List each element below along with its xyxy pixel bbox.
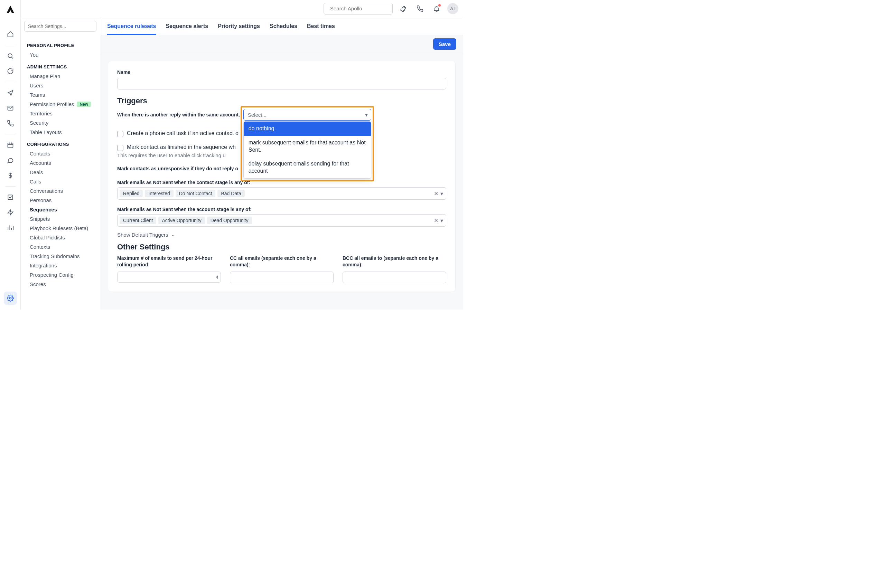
chevron-down-icon[interactable]: ▾	[441, 217, 443, 224]
sidebar-item-security[interactable]: Security	[24, 118, 96, 128]
mark-finished-checkbox[interactable]	[117, 145, 123, 151]
chevron-down-icon[interactable]: ▾	[441, 190, 443, 197]
reply-action-select[interactable]: Select... ▾ do nothing. mark subsequent …	[244, 109, 371, 121]
avatar[interactable]: AT	[447, 3, 459, 14]
sidebar-item-prospecting-config[interactable]: Prospecting Config	[24, 270, 96, 279]
chevron-down-icon: ⌄	[171, 231, 176, 238]
phone-icon[interactable]	[4, 117, 17, 130]
chevron-down-icon: ▾	[365, 112, 368, 118]
token[interactable]: Interested	[145, 190, 173, 197]
token[interactable]: Bad Data	[217, 190, 244, 197]
name-input[interactable]	[117, 78, 446, 90]
show-default-triggers[interactable]: Show Default Triggers ⌄	[117, 231, 446, 238]
reply-prompt: When there is another reply within the s…	[117, 112, 240, 117]
option-do-nothing[interactable]: do nothing.	[244, 122, 371, 136]
tab-sequence-alerts[interactable]: Sequence alerts	[165, 17, 208, 35]
clear-icon[interactable]: ✕	[434, 190, 438, 197]
sidebar-item-manage-plan[interactable]: Manage Plan	[24, 72, 96, 81]
send-icon[interactable]	[4, 86, 17, 99]
create-call-task-checkbox[interactable]	[117, 131, 123, 137]
sidebar-item-scores[interactable]: Scores	[24, 279, 96, 289]
mark-finished-label: Mark contact as finished in the sequence…	[127, 144, 236, 150]
tab-sequence-rulesets[interactable]: Sequence rulesets	[107, 17, 156, 35]
tab-schedules[interactable]: Schedules	[270, 17, 297, 35]
mail-icon[interactable]	[4, 102, 17, 115]
bolt-icon[interactable]	[4, 206, 17, 219]
create-call-task-label: Create a phone call task if an active co…	[127, 130, 239, 136]
tab-best-times[interactable]: Best times	[307, 17, 335, 35]
sidebar-item-users[interactable]: Users	[24, 81, 96, 90]
sidebar-item-integrations[interactable]: Integrations	[24, 261, 96, 270]
sidebar-item-playbook-rulesets[interactable]: Playbook Rulesets (Beta)	[24, 224, 96, 233]
sidebar-item-contacts[interactable]: Contacts	[24, 149, 96, 158]
select-placeholder[interactable]: Select...	[244, 109, 371, 121]
calendar-icon[interactable]	[4, 138, 17, 152]
sidebar-item-table-layouts[interactable]: Table Layouts	[24, 128, 96, 137]
contact-stage-multiselect[interactable]: Replied Interested Do Not Contact Bad Da…	[117, 187, 446, 200]
sidebar-item-calls[interactable]: Calls	[24, 177, 96, 186]
token[interactable]: Do Not Contact	[176, 190, 216, 197]
token[interactable]: Dead Opportunity	[207, 217, 252, 224]
dialer-icon[interactable]	[414, 3, 426, 15]
sidebar-item-permission-profiles[interactable]: Permission Profiles New	[24, 99, 96, 109]
cc-input[interactable]	[230, 272, 334, 283]
svg-point-16	[9, 297, 11, 299]
task-icon[interactable]	[4, 191, 17, 204]
sidebar-item-teams[interactable]: Teams	[24, 90, 96, 99]
tab-priority-settings[interactable]: Priority settings	[218, 17, 260, 35]
analytics-icon[interactable]	[4, 221, 17, 234]
save-button[interactable]: Save	[433, 38, 456, 50]
sidebar-item-conversations[interactable]: Conversations	[24, 186, 96, 195]
sidebar-item-territories[interactable]: Territories	[24, 109, 96, 118]
save-row: Save	[100, 35, 463, 53]
svg-point-2	[8, 54, 12, 58]
reply-action-dropdown: do nothing. mark subsequent emails for t…	[244, 121, 371, 178]
sidebar-item-tracking-subdomains[interactable]: Tracking Subdomains	[24, 252, 96, 261]
global-search-input[interactable]	[330, 6, 396, 11]
sidebar-item-snippets[interactable]: Snippets	[24, 214, 96, 224]
triggers-heading: Triggers	[117, 96, 446, 105]
chat-icon[interactable]	[4, 154, 17, 167]
notsent-account-prompt: Mark emails as Not Sent when the account…	[117, 207, 446, 212]
bcc-input[interactable]	[343, 272, 446, 283]
main: Sequence rulesets Sequence alerts Priori…	[100, 17, 463, 309]
token[interactable]: Current Client	[120, 217, 156, 224]
sidebar-item-label: Permission Profiles	[30, 101, 74, 107]
cc-label: CC all emails (separate each one by a co…	[230, 255, 334, 269]
app-logo[interactable]	[4, 3, 17, 16]
sidebar-item-sequences[interactable]: Sequences	[24, 205, 96, 214]
account-stage-multiselect[interactable]: Current Client Active Opportunity Dead O…	[117, 214, 446, 226]
settings-search-input[interactable]	[24, 21, 96, 32]
notifications-icon[interactable]	[431, 3, 442, 15]
number-stepper[interactable]: ▲▼	[216, 275, 219, 279]
svg-marker-11	[8, 210, 13, 216]
sidebar-item-deals[interactable]: Deals	[24, 168, 96, 177]
sidebar-item-you[interactable]: You	[24, 50, 96, 59]
token[interactable]: Active Opportunity	[158, 217, 204, 224]
left-rail	[0, 0, 21, 309]
section-personal-title: PERSONAL PROFILE	[27, 43, 96, 48]
notsent-contact-prompt: Mark emails as Not Sent when the contact…	[117, 180, 446, 185]
sidebar-item-accounts[interactable]: Accounts	[24, 158, 96, 168]
clear-icon[interactable]: ✕	[434, 217, 438, 224]
sidebar-item-contexts[interactable]: Contexts	[24, 242, 96, 252]
settings-gear-icon[interactable]	[4, 292, 17, 305]
section-config-title: CONFIGURATIONS	[27, 142, 96, 147]
max-emails-label: Maximum # of emails to send per 24-hour …	[117, 255, 221, 269]
plugin-icon[interactable]	[397, 3, 409, 15]
global-search[interactable]	[323, 3, 393, 15]
sidebar-item-personas[interactable]: Personas	[24, 195, 96, 205]
refresh-icon[interactable]	[4, 64, 17, 78]
new-badge: New	[77, 102, 91, 107]
money-icon[interactable]	[4, 169, 17, 182]
show-default-label: Show Default Triggers	[117, 232, 168, 238]
section-admin-title: ADMIN SETTINGS	[27, 64, 96, 69]
search-icon[interactable]	[4, 50, 17, 63]
tabs: Sequence rulesets Sequence alerts Priori…	[100, 17, 463, 35]
max-emails-input[interactable]	[117, 272, 221, 283]
option-mark-not-sent[interactable]: mark subsequent emails for that account …	[244, 136, 371, 157]
sidebar-item-global-picklists[interactable]: Global Picklists	[24, 233, 96, 242]
home-icon[interactable]	[4, 28, 17, 41]
option-delay-sending[interactable]: delay subsequent emails sending for that…	[244, 157, 371, 178]
token[interactable]: Replied	[120, 190, 143, 197]
